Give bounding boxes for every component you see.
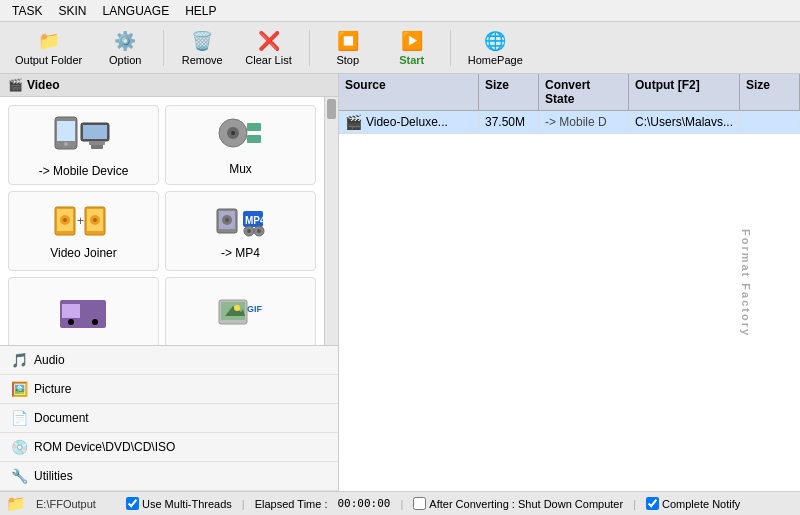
- menu-help[interactable]: HELP: [177, 2, 224, 20]
- statusbar-sep-2: |: [400, 498, 403, 510]
- toolbar-sep-2: [309, 30, 310, 66]
- clear-list-icon: ❌: [255, 30, 283, 52]
- left-panel-scrollbar[interactable]: [324, 97, 338, 345]
- elapsed-label: Elapsed Time :: [255, 498, 328, 510]
- complete-notify-checkbox[interactable]: [646, 497, 659, 510]
- audio-nav-item[interactable]: 🎵 Audio: [0, 346, 338, 375]
- picture-nav-item[interactable]: 🖼️ Picture: [0, 375, 338, 404]
- main-layout: 🎬 Video: [0, 74, 800, 491]
- menu-task[interactable]: TASK: [4, 2, 50, 20]
- statusbar: 📁 E:\FFOutput Use Multi-Threads | Elapse…: [0, 491, 800, 515]
- rom-nav-item[interactable]: 💿 ROM Device\DVD\CD\ISO: [0, 433, 338, 462]
- svg-point-2: [64, 142, 68, 146]
- video-header-icon: 🎬: [8, 78, 23, 92]
- th-size: Size: [479, 74, 539, 110]
- audio-icon: 🎵: [10, 351, 28, 369]
- svg-point-20: [93, 218, 97, 222]
- ff-watermark: Format Factory: [740, 228, 752, 336]
- side-nav: 🎵 Audio 🖼️ Picture 📄 Document 💿 ROM Devi…: [0, 345, 338, 491]
- item6-icon: GIF: [215, 296, 265, 335]
- td-convert: -> Mobile D: [539, 112, 629, 132]
- th-size2: Size: [740, 74, 800, 110]
- video-section-title: Video: [27, 78, 59, 92]
- utilities-nav-item[interactable]: 🔧 Utilities: [0, 462, 338, 491]
- to-mp4-icon: MP4: [215, 203, 265, 242]
- mux-item[interactable]: Mux: [165, 105, 316, 185]
- homepage-icon: 🌐: [481, 30, 509, 52]
- rom-label: ROM Device\DVD\CD\ISO: [34, 440, 175, 454]
- item6[interactable]: GIF: [165, 277, 316, 345]
- toolbar-sep-3: [450, 30, 451, 66]
- elapsed-value: 00:00:00: [337, 497, 390, 510]
- th-convert-state: Convert State: [539, 74, 629, 110]
- svg-point-9: [231, 131, 235, 135]
- svg-point-24: [225, 218, 229, 222]
- clear-list-button[interactable]: ❌ Clear List: [236, 26, 300, 70]
- left-panel: 🎬 Video: [0, 74, 339, 491]
- after-convert-check[interactable]: After Converting : Shut Down Computer: [413, 497, 623, 510]
- statusbar-sep-1: |: [242, 498, 245, 510]
- th-output: Output [F2]: [629, 74, 740, 110]
- menubar: TASK SKIN LANGUAGE HELP: [0, 0, 800, 22]
- output-folder-button[interactable]: 📁 Output Folder: [6, 26, 91, 70]
- utilities-label: Utilities: [34, 469, 73, 483]
- mobile-device-label: -> Mobile Device: [39, 164, 129, 178]
- statusbar-folder-icon: 📁: [6, 494, 26, 513]
- picture-label: Picture: [34, 382, 71, 396]
- homepage-button[interactable]: 🌐 HomePage: [459, 26, 532, 70]
- svg-rect-11: [247, 135, 261, 143]
- start-icon: ▶️: [398, 30, 426, 52]
- homepage-label: HomePage: [468, 54, 523, 66]
- video-joiner-label: Video Joiner: [50, 246, 117, 260]
- rom-icon: 💿: [10, 438, 28, 456]
- mobile-device-item[interactable]: -> Mobile Device: [8, 105, 159, 185]
- stop-icon: ⏹️: [334, 30, 362, 52]
- remove-button[interactable]: 🗑️ Remove: [172, 26, 232, 70]
- svg-point-39: [234, 305, 240, 311]
- to-mp4-item[interactable]: MP4 -> MP4: [165, 191, 316, 271]
- document-icon: 📄: [10, 409, 28, 427]
- complete-notify-check[interactable]: Complete Notify: [646, 497, 740, 510]
- mux-label: Mux: [229, 162, 252, 176]
- document-nav-item[interactable]: 📄 Document: [0, 404, 338, 433]
- toolbar: 📁 Output Folder ⚙️ Option 🗑️ Remove ❌ Cl…: [0, 22, 800, 74]
- svg-rect-4: [83, 125, 107, 139]
- audio-label: Audio: [34, 353, 65, 367]
- clear-list-label: Clear List: [245, 54, 291, 66]
- svg-text:+: +: [77, 214, 84, 228]
- output-folder-icon: 📁: [35, 30, 63, 52]
- start-label: Start: [399, 54, 424, 66]
- menu-skin[interactable]: SKIN: [50, 2, 94, 20]
- multi-threads-check[interactable]: Use Multi-Threads: [126, 497, 232, 510]
- item5[interactable]: SUV: [8, 277, 159, 345]
- table-row[interactable]: 🎬 Video-Deluxe... 37.50M -> Mobile D C:\…: [339, 111, 800, 134]
- svg-text:GIF: GIF: [247, 304, 263, 314]
- row-video-icon: 🎬: [345, 114, 362, 130]
- after-convert-checkbox[interactable]: [413, 497, 426, 510]
- mobile-device-icon: [53, 113, 113, 160]
- td-output: C:\Users\Malavs...: [629, 112, 740, 132]
- utilities-icon: 🔧: [10, 467, 28, 485]
- remove-label: Remove: [182, 54, 223, 66]
- to-mp4-label: -> MP4: [221, 246, 260, 260]
- menu-language[interactable]: LANGUAGE: [94, 2, 177, 20]
- svg-rect-33: [62, 304, 80, 318]
- table-header: Source Size Convert State Output [F2] Si…: [339, 74, 800, 111]
- option-button[interactable]: ⚙️ Option: [95, 26, 155, 70]
- multi-threads-checkbox[interactable]: [126, 497, 139, 510]
- video-joiner-icon: +: [53, 203, 113, 242]
- td-source: 🎬 Video-Deluxe...: [339, 111, 479, 133]
- video-joiner-item[interactable]: + Video Joiner: [8, 191, 159, 271]
- td-size: 37.50M: [479, 112, 539, 132]
- picture-icon: 🖼️: [10, 380, 28, 398]
- stop-button[interactable]: ⏹️ Stop: [318, 26, 378, 70]
- video-grid: -> Mobile Device Mux: [0, 97, 324, 345]
- toolbar-sep-1: [163, 30, 164, 66]
- row-source-value: Video-Deluxe...: [366, 115, 448, 129]
- right-panel: Source Size Convert State Output [F2] Si…: [339, 74, 800, 491]
- svg-rect-1: [57, 121, 75, 141]
- stop-label: Stop: [336, 54, 359, 66]
- start-button[interactable]: ▶️ Start: [382, 26, 442, 70]
- svg-point-34: [68, 319, 74, 325]
- svg-rect-10: [247, 123, 261, 131]
